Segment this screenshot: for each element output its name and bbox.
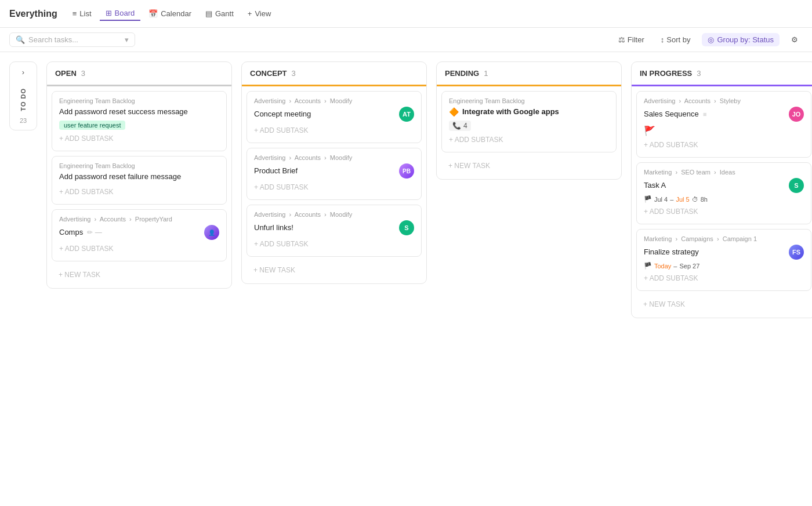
plus-icon: + — [248, 9, 252, 18]
breadcrumb: Engineering Team Backlog — [449, 97, 609, 104]
column-label-open: OPEN — [55, 69, 77, 78]
column-body-concept: Advertising › Accounts › Moodify Concept… — [242, 86, 426, 283]
expand-button[interactable]: › — [16, 62, 30, 82]
column-body-open: Engineering Team Backlog Add password re… — [47, 86, 231, 288]
avatar: S — [789, 178, 804, 193]
collapsed-label: TO DO — [20, 82, 27, 117]
column-open: OPEN 3 Engineering Team Backlog Add pass… — [46, 61, 232, 289]
breadcrumb: Marketing › SEO team › Ideas — [644, 169, 804, 176]
column-header-concept: CONCEPT 3 — [242, 62, 426, 86]
filter-icon: ⚖ — [618, 35, 625, 44]
search-box[interactable]: 🔍 ▾ — [9, 32, 135, 47]
column-label-pending: PENDING — [445, 69, 479, 78]
card-open-2[interactable]: Engineering Team Backlog Add password re… — [52, 156, 227, 205]
card-pending-1[interactable]: Engineering Team Backlog 🔶 Integrate wit… — [441, 91, 617, 152]
column-count-inprogress: 3 — [697, 69, 701, 78]
card-inprogress-1[interactable]: Advertising › Accounts › Styleby Sales S… — [636, 91, 811, 158]
new-task-button[interactable]: + NEW TASK — [52, 266, 227, 283]
card-concept-3[interactable]: Advertising › Accounts › Moodify Unfurl … — [246, 205, 422, 257]
settings-button[interactable]: ⚙ — [786, 33, 803, 46]
add-subtask-button[interactable]: + ADD SUBTASK — [644, 139, 804, 151]
card-title: Unfurl links! — [254, 223, 293, 233]
nav-calendar[interactable]: 📅 Calendar — [143, 7, 197, 20]
list-icon: ≡ — [72, 9, 77, 18]
card-inprogress-2[interactable]: Marketing › SEO team › Ideas Task A S 🏴 … — [636, 162, 811, 224]
date-row: 🏴 Jul 4 – Jul 5 ⏱ 8h — [644, 195, 804, 203]
date-row: 🏴 Today – Sep 27 — [644, 262, 804, 270]
add-subtask-button[interactable]: + ADD SUBTASK — [254, 124, 414, 137]
card-title: Finalize strategy — [644, 247, 699, 257]
breadcrumb: Advertising › Accounts › Moodify — [254, 154, 414, 161]
breadcrumb: Advertising › Accounts › PropertyYard — [59, 216, 219, 223]
nav-gantt[interactable]: ▤ Gantt — [200, 7, 240, 20]
add-subtask-button[interactable]: + ADD SUBTASK — [59, 242, 219, 255]
new-task-button[interactable]: + NEW TASK — [441, 157, 617, 174]
gantt-icon: ▤ — [205, 9, 212, 18]
card-title: Concept meeting — [254, 109, 311, 119]
card-title: Add password reset success message — [59, 107, 219, 117]
clock-icon: ⏱ — [692, 196, 698, 203]
breadcrumb: Engineering Team Backlog — [59, 97, 219, 104]
column-pending: PENDING 1 Engineering Team Backlog 🔶 Int… — [436, 61, 622, 180]
card-title: Product Brief — [254, 166, 298, 176]
priority-icon: 🔶 — [449, 107, 459, 117]
new-task-button[interactable]: + NEW TASK — [636, 296, 811, 313]
column-inprogress: IN PROGRESS 3 Advertising › Accounts › S… — [631, 61, 812, 318]
card-title: Add password reset failure message — [59, 172, 219, 182]
add-subtask-button[interactable]: + ADD SUBTASK — [254, 238, 414, 250]
nav-board[interactable]: ⊞ Board — [100, 6, 141, 21]
add-subtask-button[interactable]: + ADD SUBTASK — [644, 205, 804, 218]
add-subtask-button[interactable]: + ADD SUBTASK — [254, 181, 414, 194]
breadcrumb: Advertising › Accounts › Moodify — [254, 97, 414, 104]
add-subtask-button[interactable]: + ADD SUBTASK — [59, 132, 219, 145]
date-end: Jul 5 — [676, 196, 689, 203]
flag-small-icon: 🏴 — [644, 262, 652, 270]
collapsed-count: 23 — [20, 117, 27, 130]
card-concept-1[interactable]: Advertising › Accounts › Moodify Concept… — [246, 91, 422, 143]
group-icon: ◎ — [708, 35, 714, 44]
search-input[interactable] — [28, 35, 121, 44]
avatar: S — [399, 220, 414, 235]
phone-icon: 📞 — [452, 122, 461, 130]
flag-icon: 🚩 — [644, 126, 655, 136]
chevron-down-icon: ▾ — [125, 35, 129, 44]
sort-icon: ↕ — [661, 35, 665, 44]
board-icon: ⊞ — [106, 9, 112, 17]
avatar: FS — [789, 245, 804, 260]
card-inprogress-3[interactable]: Marketing › Campaigns › Campaign 1 Final… — [636, 229, 811, 291]
board: › TO DO 23 OPEN 3 Engineering Team Backl… — [0, 52, 812, 503]
toolbar: 🔍 ▾ ⚖ Filter ↕ Sort by ◎ Group by: Statu… — [0, 28, 812, 52]
new-task-button[interactable]: + NEW TASK — [246, 261, 422, 279]
avatar: 👤 — [204, 225, 219, 240]
sort-button[interactable]: ↕ Sort by — [656, 33, 695, 46]
add-subtask-button[interactable]: + ADD SUBTASK — [59, 185, 219, 198]
card-concept-2[interactable]: Advertising › Accounts › Moodify Product… — [246, 148, 422, 200]
card-title: Sales Sequence ≡ — [644, 109, 706, 119]
avatar: PB — [399, 163, 414, 179]
avatar: JO — [789, 107, 804, 122]
add-subtask-button[interactable]: + ADD SUBTASK — [449, 133, 609, 146]
card-title: Integrate with Google apps — [462, 107, 559, 117]
nav-list[interactable]: ≡ List — [67, 7, 97, 20]
top-nav: Everything ≡ List ⊞ Board 📅 Calendar ▤ G… — [0, 0, 812, 28]
breadcrumb: Marketing › Campaigns › Campaign 1 — [644, 235, 804, 242]
card-open-3[interactable]: Advertising › Accounts › PropertyYard Co… — [52, 209, 227, 261]
card-open-1[interactable]: Engineering Team Backlog Add password re… — [52, 91, 227, 151]
column-count-pending: 1 — [484, 69, 488, 78]
card-title: Comps ✏ — — [59, 227, 102, 238]
column-concept: CONCEPT 3 Advertising › Accounts › Moodi… — [241, 61, 427, 284]
date-duration: 8h — [701, 196, 708, 203]
breadcrumb: Engineering Team Backlog — [59, 162, 219, 169]
group-button[interactable]: ◎ Group by: Status — [702, 33, 780, 46]
breadcrumb: Advertising › Accounts › Styleby — [644, 97, 804, 104]
flag-small-icon: 🏴 — [644, 195, 652, 203]
settings-icon: ⚙ — [791, 35, 798, 44]
column-header-open: OPEN 3 — [47, 62, 231, 86]
nav-view[interactable]: + View — [242, 7, 277, 20]
add-subtask-button[interactable]: + ADD SUBTASK — [644, 272, 804, 285]
column-header-inprogress: IN PROGRESS 3 — [632, 62, 812, 86]
app-title: Everything — [9, 9, 57, 19]
breadcrumb: Advertising › Accounts › Moodify — [254, 211, 414, 218]
date-start: Jul 4 — [654, 196, 668, 203]
filter-button[interactable]: ⚖ Filter — [614, 33, 649, 46]
